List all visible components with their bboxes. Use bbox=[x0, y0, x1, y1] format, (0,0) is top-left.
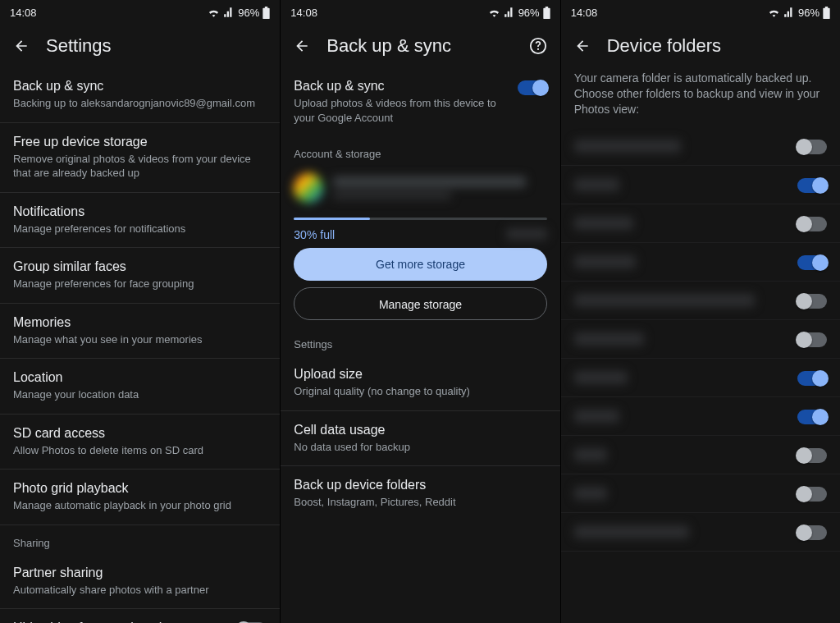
item-backup-sync-master[interactable]: Back up & syncUpload photos & videos fro… bbox=[281, 67, 559, 136]
folder-row[interactable] bbox=[561, 166, 840, 204]
status-bar: 14:08 96% bbox=[281, 0, 559, 25]
folder-toggle[interactable] bbox=[797, 332, 827, 347]
folder-label-redacted bbox=[574, 294, 755, 307]
page-title: Device folders bbox=[607, 35, 721, 57]
help-icon[interactable] bbox=[529, 37, 547, 55]
folder-label-redacted bbox=[574, 448, 607, 461]
status-time: 14:08 bbox=[571, 7, 598, 19]
status-time: 14:08 bbox=[290, 7, 317, 19]
folder-toggle[interactable] bbox=[797, 255, 827, 270]
folder-label-redacted bbox=[574, 410, 619, 423]
item-cell-data[interactable]: Cell data usageNo data used for backup bbox=[281, 411, 559, 467]
folder-toggle[interactable] bbox=[797, 217, 827, 231]
folder-label-redacted bbox=[574, 525, 689, 538]
folder-row[interactable] bbox=[561, 359, 840, 397]
folder-label-redacted bbox=[574, 487, 607, 500]
folder-label-redacted bbox=[574, 332, 644, 346]
folder-row[interactable] bbox=[561, 127, 840, 166]
account-row[interactable] bbox=[281, 165, 559, 211]
item-backup-sync[interactable]: Back up & syncBacking up to aleksandarog… bbox=[0, 67, 280, 123]
folder-row[interactable] bbox=[561, 513, 840, 552]
page-title: Settings bbox=[46, 35, 112, 57]
item-device-folders[interactable]: Back up device foldersBoost, Instagram, … bbox=[281, 466, 559, 521]
folder-toggle[interactable] bbox=[797, 140, 827, 154]
item-partner-sharing[interactable]: Partner sharingAutomatically share photo… bbox=[0, 554, 280, 609]
signal-icon bbox=[504, 7, 515, 17]
battery-icon bbox=[543, 7, 550, 19]
folder-label-redacted bbox=[574, 217, 633, 230]
battery-pct: 96% bbox=[518, 7, 540, 19]
back-icon[interactable] bbox=[294, 38, 310, 54]
manage-storage-button[interactable]: Manage storage bbox=[294, 287, 546, 320]
folder-row[interactable] bbox=[561, 320, 840, 359]
item-grid-playback[interactable]: Photo grid playbackManage automatic play… bbox=[0, 470, 280, 525]
item-group-faces[interactable]: Group similar facesManage preferences fo… bbox=[0, 248, 280, 304]
backup-sync-screen: 14:08 96% Back up & sync Back up & syncU… bbox=[280, 0, 559, 623]
back-icon[interactable] bbox=[13, 38, 30, 54]
signal-icon bbox=[223, 7, 235, 17]
signal-icon bbox=[783, 7, 795, 17]
app-bar: Back up & sync bbox=[281, 25, 559, 67]
storage-progress bbox=[294, 218, 546, 220]
page-title: Back up & sync bbox=[326, 35, 451, 57]
status-bar: 14:08 96% bbox=[0, 0, 280, 25]
folder-toggle[interactable] bbox=[797, 525, 827, 540]
device-folders-intro: Your camera folder is automatically back… bbox=[561, 67, 840, 127]
folder-row[interactable] bbox=[561, 204, 840, 243]
folders-list bbox=[561, 127, 840, 552]
section-settings: Settings bbox=[281, 327, 559, 355]
storage-used-redacted bbox=[506, 228, 547, 240]
get-more-storage-button[interactable]: Get more storage bbox=[294, 248, 546, 281]
folder-toggle[interactable] bbox=[797, 487, 827, 502]
device-folders-screen: 14:08 96% Device folders Your camera fol… bbox=[560, 0, 840, 623]
folder-label-redacted bbox=[574, 371, 628, 384]
folder-row[interactable] bbox=[561, 436, 840, 474]
folder-toggle[interactable] bbox=[797, 410, 827, 424]
folder-row[interactable] bbox=[561, 397, 840, 436]
folder-toggle[interactable] bbox=[797, 178, 827, 193]
folder-toggle[interactable] bbox=[797, 294, 827, 309]
wifi-icon bbox=[208, 7, 220, 17]
toggle-backup-sync[interactable] bbox=[518, 80, 547, 95]
folder-label-redacted bbox=[574, 140, 681, 153]
item-notifications[interactable]: NotificationsManage preferences for noti… bbox=[0, 193, 280, 249]
item-location[interactable]: LocationManage your location data bbox=[0, 359, 280, 415]
app-bar: Settings bbox=[0, 25, 280, 67]
wifi-icon bbox=[488, 7, 500, 17]
folder-toggle[interactable] bbox=[797, 448, 827, 463]
folder-row[interactable] bbox=[561, 243, 840, 282]
item-free-up-storage[interactable]: Free up device storageRemove original ph… bbox=[0, 123, 280, 193]
avatar bbox=[294, 173, 323, 203]
settings-screen: 14:08 96% Settings Back up & syncBacking… bbox=[0, 0, 280, 623]
app-bar: Device folders bbox=[561, 25, 840, 67]
folder-row[interactable] bbox=[561, 282, 840, 320]
section-sharing: Sharing bbox=[0, 525, 280, 554]
battery-pct: 96% bbox=[798, 7, 819, 19]
item-upload-size[interactable]: Upload sizeOriginal quality (no change t… bbox=[281, 355, 559, 411]
folder-toggle[interactable] bbox=[797, 371, 827, 386]
back-icon[interactable] bbox=[574, 38, 591, 54]
wifi-icon bbox=[768, 7, 780, 17]
status-bar: 14:08 96% bbox=[561, 0, 840, 25]
folder-label-redacted bbox=[574, 178, 619, 191]
item-memories[interactable]: MemoriesManage what you see in your memo… bbox=[0, 304, 280, 360]
section-account-storage: Account & storage bbox=[281, 136, 559, 165]
battery-icon bbox=[823, 7, 830, 19]
battery-pct: 96% bbox=[238, 7, 259, 19]
item-sd-card[interactable]: SD card accessAllow Photos to delete ite… bbox=[0, 415, 280, 470]
status-time: 14:08 bbox=[10, 7, 37, 19]
folder-label-redacted bbox=[574, 255, 636, 268]
item-hide-motion[interactable]: Hide video from motion photosOther peopl… bbox=[0, 608, 280, 623]
battery-icon bbox=[262, 7, 270, 19]
folder-row[interactable] bbox=[561, 474, 840, 513]
storage-pct: 30% full bbox=[294, 228, 335, 241]
